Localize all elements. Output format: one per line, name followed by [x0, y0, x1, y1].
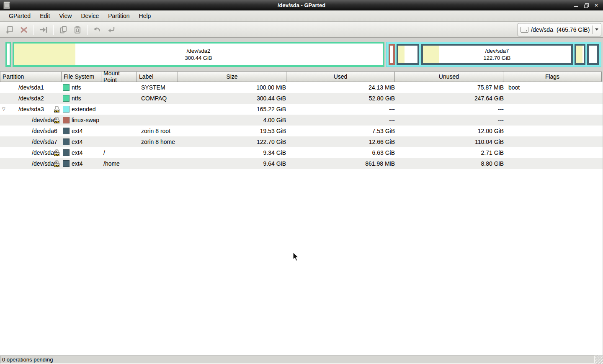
column-header-used[interactable]: Used	[286, 71, 395, 82]
partition-unused: ---	[397, 115, 506, 126]
menu-edit[interactable]: Edit	[35, 11, 54, 21]
partition-label: zorin 8 root	[138, 126, 179, 136]
column-header-label[interactable]: Label	[137, 71, 178, 82]
partition-size: 4.00 GiB	[179, 115, 288, 126]
partition-name: /dev/sda2	[0, 95, 44, 102]
operations-pending-status: 0 operations pending	[0, 356, 595, 364]
partition-used: 6.63 GiB	[288, 147, 397, 158]
menu-help[interactable]: Help	[134, 11, 156, 21]
partition-flags	[506, 104, 603, 115]
disk-segment-sda5[interactable]	[389, 44, 395, 65]
filesystem-color-swatch	[63, 128, 70, 134]
partition-flags	[506, 93, 603, 104]
disk-segment-sda1[interactable]	[5, 42, 11, 67]
delete-partition-button[interactable]	[17, 23, 31, 36]
table-row[interactable]: /dev/sda5 linux-swap 4.00 GiB --- ---	[0, 115, 603, 126]
mount-point: /	[102, 147, 138, 158]
new-partition-button[interactable]	[3, 23, 17, 36]
column-header-unused[interactable]: Unused	[394, 71, 503, 82]
column-header-mountpoint[interactable]: Mount Point	[101, 71, 137, 82]
partition-used: 7.53 GiB	[288, 126, 397, 136]
chevron-down-icon	[595, 28, 598, 31]
table-row[interactable]: /dev/sda6 ext4 zorin 8 root 19.53 GiB 7.…	[0, 126, 603, 136]
device-size: (465.76 GiB)	[557, 26, 590, 33]
partition-size: 19.53 GiB	[179, 126, 288, 136]
partition-used: ---	[288, 104, 397, 115]
column-header-partition[interactable]: Partition	[0, 71, 62, 82]
column-header-flags[interactable]: Flags	[503, 71, 602, 82]
disk-segment-sda8[interactable]	[575, 44, 585, 65]
table-row[interactable]: /dev/sda7 ext4 zorin 8 home 122.70 GiB 1…	[0, 136, 603, 147]
partition-used: 24.13 MiB	[288, 82, 397, 93]
partition-used: 12.66 GiB	[288, 136, 397, 147]
minimize-icon[interactable]	[574, 3, 579, 8]
mount-point	[102, 104, 138, 115]
copy-icon	[59, 25, 68, 34]
restore-icon[interactable]	[584, 3, 589, 8]
filesystem-name: ext4	[72, 126, 82, 136]
filesystem-name: ext4	[72, 158, 82, 169]
partition-label	[138, 115, 179, 126]
partition-used: 861.98 MiB	[288, 158, 397, 169]
device-path: /dev/sda	[531, 26, 553, 33]
lock-icon	[54, 106, 59, 113]
disk-segment-sda6[interactable]	[397, 44, 419, 65]
gparted-window: /dev/sda - GParted × GParted Edit View D…	[0, 0, 603, 364]
mount-point	[102, 136, 138, 147]
segment-size: 300.44 GiB	[185, 54, 212, 62]
column-header-size[interactable]: Size	[178, 71, 286, 82]
resize-grip[interactable]	[595, 355, 603, 364]
lock-icon	[54, 160, 59, 167]
partition-unused: 12.00 GiB	[397, 126, 506, 136]
table-row[interactable]: ▽ /dev/sda3 extended 165.22 GiB --- ---	[0, 104, 603, 115]
apply-button[interactable]	[104, 23, 119, 36]
filesystem-color-swatch	[63, 95, 70, 102]
menu-device[interactable]: Device	[76, 11, 103, 21]
partition-label	[138, 104, 179, 115]
harddisk-icon	[521, 27, 528, 33]
lock-icon	[54, 117, 59, 123]
expander-icon[interactable]: ▽	[2, 104, 5, 115]
partition-size: 100.00 MiB	[179, 82, 288, 93]
segment-label: /dev/sda7	[485, 47, 509, 54]
table-row[interactable]: /dev/sda1 ntfs SYSTEM 100.00 MiB 24.13 M…	[0, 82, 603, 93]
filesystem-color-swatch	[63, 138, 70, 145]
partition-used: ---	[288, 115, 397, 126]
undo-button[interactable]	[90, 23, 104, 36]
disk-segment-sda2[interactable]: /dev/sda2 300.44 GiB	[13, 42, 384, 67]
table-row[interactable]: /dev/sda9 ext4 /home 9.64 GiB 861.98 MiB…	[0, 158, 603, 169]
partition-name: /dev/sda5	[0, 117, 57, 123]
copy-button[interactable]	[56, 23, 70, 36]
toolbar-separator	[34, 25, 34, 35]
menu-view[interactable]: View	[54, 11, 76, 21]
apply-icon	[107, 25, 116, 34]
used-space-fill	[14, 44, 75, 65]
disk-segment-sda9[interactable]	[587, 44, 599, 65]
partition-flags	[506, 136, 603, 147]
disk-segment-sda7[interactable]: /dev/sda7 122.70 GiB	[421, 44, 573, 65]
close-icon[interactable]: ×	[594, 3, 599, 8]
used-space-fill	[576, 46, 582, 63]
mount-point	[102, 126, 138, 136]
partition-size: 9.64 GiB	[179, 158, 288, 169]
table-body: /dev/sda1 ntfs SYSTEM 100.00 MiB 24.13 M…	[0, 82, 603, 355]
filesystem-color-swatch	[63, 106, 70, 113]
paste-button[interactable]	[70, 23, 85, 36]
partition-name: /dev/sda7	[0, 138, 57, 145]
menu-partition[interactable]: Partition	[103, 11, 134, 21]
menu-gparted[interactable]: GParted	[4, 11, 35, 21]
partition-name: /dev/sda8	[0, 149, 57, 156]
partition-size: 300.44 GiB	[179, 93, 288, 104]
filesystem-name: extended	[72, 104, 96, 115]
partition-name: /dev/sda3	[0, 106, 44, 113]
filesystem-name: ext4	[72, 136, 82, 147]
partition-size: 9.34 GiB	[179, 147, 288, 158]
lock-icon	[54, 149, 59, 156]
table-row[interactable]: /dev/sda2 ntfs COMPAQ 300.44 GiB 52.80 G…	[0, 93, 603, 104]
table-row[interactable]: /dev/sda8 ext4 / 9.34 GiB 6.63 GiB 2.71 …	[0, 147, 603, 158]
titlebar[interactable]: /dev/sda - GParted ×	[0, 0, 603, 10]
column-header-filesystem[interactable]: File System	[61, 71, 101, 82]
device-selector[interactable]: /dev/sda (465.76 GiB)	[518, 23, 601, 36]
resize-move-button[interactable]	[36, 23, 51, 36]
used-space-fill	[398, 46, 405, 63]
